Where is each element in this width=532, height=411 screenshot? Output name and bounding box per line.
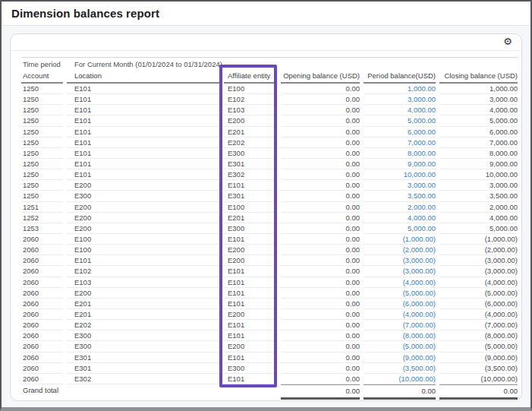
period-balance-link[interactable]: (4,000.00) [364,309,436,320]
opening-balance-cell: 0.00 [281,353,360,363]
account-cell: 2060 [21,299,63,309]
opening-balance-cell: 0.00 [281,213,360,223]
closing-balance-cell: 6,000.00 [439,127,518,138]
period-balance-link[interactable]: (10,000.00) [364,374,436,384]
affiliate-entity-cell: E101 [224,330,277,341]
affiliate-entity-cell: E101 [224,288,277,299]
period-balance-link[interactable]: (3,000.00) [364,255,436,266]
period-balance-link[interactable]: 10,000.00 [364,169,436,180]
table-row: 2060 E100 E101 0.00 (1,000.00) (1,000.00… [21,234,518,245]
account-cell: 1250 [21,138,63,148]
period-balance-link[interactable]: 4,000.00 [364,213,436,223]
affiliate-entity-cell: E200 [224,245,277,255]
period-balance-link[interactable]: (4,000.00) [364,277,436,288]
period-balance-link[interactable]: 1,000.00 [364,84,436,94]
table-row: 2060 E202 E101 0.00 (7,000.00) (7,000.00… [21,320,518,330]
location-cell: E200 [67,180,220,191]
period-balance-link[interactable]: 5,000.00 [364,223,436,234]
opening-balance-cell: 0.00 [281,330,360,341]
closing-balance-cell: (3,500.00) [439,363,518,374]
column-header-account: Account [21,70,63,84]
period-balance-link[interactable]: (3,000.00) [364,266,436,277]
affiliate-entity-cell: E201 [224,213,277,223]
table-row: 1250 E101 E200 0.00 5,000.00 5,000.00 [21,115,518,126]
location-cell: E200 [67,202,220,213]
period-balance-link[interactable]: 3,000.00 [364,94,436,105]
period-balance-link[interactable]: 6,000.00 [364,127,436,138]
table-row: 2060 E201 E101 0.00 (6,000.00) (6,000.00… [21,299,518,309]
period-balance-link[interactable]: 4,000.00 [364,105,436,115]
table-row: 2060 E201 E200 0.00 (4,000.00) (4,000.00… [21,309,518,320]
location-cell: E200 [67,223,220,234]
period-balance-link[interactable]: 7,000.00 [364,138,436,148]
affiliate-entity-cell: E101 [224,234,277,245]
period-balance-link[interactable]: 8,000.00 [364,148,436,159]
affiliate-entity-cell: E301 [224,191,277,201]
period-balance-link[interactable]: 9,000.00 [364,159,436,169]
period-balance-link[interactable]: 5,000.00 [364,115,436,126]
affiliate-entity-cell: E101 [224,180,277,191]
location-cell: E101 [67,169,220,180]
table-row: 1253 E200 E300 0.00 5,000.00 5,000.00 [21,223,518,234]
column-header-affiliate-entity: Affiliate entity [224,70,277,84]
opening-balance-cell: 0.00 [281,266,360,277]
column-header-period-balance: Period balance(USD) [364,70,436,84]
account-cell: 2060 [21,363,63,374]
report-table: Time period For Current Month (01/01/202… [21,57,518,400]
period-balance-link[interactable]: 3,500.00 [364,191,436,201]
account-cell: 1251 [21,202,63,213]
table-row: 2060 E100 E200 0.00 (2,000.00) (2,000.00… [21,245,518,255]
period-balance-link[interactable]: (9,000.00) [364,353,436,363]
location-cell: E300 [67,341,220,352]
opening-balance-cell: 0.00 [281,309,360,320]
period-balance-link[interactable]: 3,000.00 [364,180,436,191]
page-title: Dimension balances report [11,2,159,25]
period-balance-link[interactable]: (8,000.00) [364,330,436,341]
location-cell: E101 [67,159,220,169]
account-cell: 1252 [21,213,63,223]
opening-balance-cell: 0.00 [281,84,360,94]
table-row: 1250 E101 E100 0.00 1,000.00 1,000.00 [21,84,518,94]
account-cell: 1253 [21,223,63,234]
period-balance-link[interactable]: (1,000.00) [364,234,436,245]
opening-balance-cell: 0.00 [281,277,360,288]
grand-total-label: Grand total [21,384,63,400]
opening-balance-cell: 0.00 [281,223,360,234]
affiliate-entity-cell: E101 [224,353,277,363]
table-row: 1250 E101 E201 0.00 6,000.00 6,000.00 [21,127,518,138]
period-balance-link[interactable]: (7,000.00) [364,320,436,330]
opening-balance-cell: 0.00 [281,180,360,191]
period-balance-link[interactable]: (6,000.00) [364,299,436,309]
location-cell: E101 [67,148,220,159]
period-balance-link[interactable]: (2,000.00) [364,245,436,255]
location-cell: E101 [67,127,220,138]
account-cell: 1250 [21,115,63,126]
period-balance-link[interactable]: (5,000.00) [364,341,436,352]
location-cell: E202 [67,320,220,330]
table-row: 1250 E101 E300 0.00 8,000.00 8,000.00 [21,148,518,159]
time-period-row: Time period For Current Month (01/01/202… [21,57,518,70]
affiliate-entity-cell: E103 [224,105,277,115]
period-balance-link[interactable]: (3,500.00) [364,363,436,374]
report-card: ⚙ Time period For Current Month (01/01/2… [10,33,522,401]
table-row: 1250 E101 E102 0.00 3,000.00 3,000.00 [21,94,518,105]
opening-balance-cell: 0.00 [281,169,360,180]
table-body: 1250 E101 E100 0.00 1,000.00 1,000.00 12… [21,84,518,384]
account-cell: 2060 [21,330,63,341]
period-balance-link[interactable]: 2,000.00 [364,202,436,213]
location-cell: E101 [67,138,220,148]
closing-balance-cell: (7,000.00) [439,320,518,330]
closing-balance-cell: 8,000.00 [439,148,518,159]
closing-balance-cell: (6,000.00) [439,299,518,309]
account-cell: 2060 [21,353,63,363]
account-cell: 2060 [21,341,63,352]
location-cell: E200 [67,288,220,299]
opening-balance-cell: 0.00 [281,234,360,245]
period-balance-link[interactable]: (5,000.00) [364,288,436,299]
affiliate-entity-cell: E301 [224,159,277,169]
opening-balance-cell: 0.00 [281,115,360,126]
opening-balance-cell: 0.00 [281,202,360,213]
gear-icon[interactable]: ⚙ [503,36,512,48]
affiliate-entity-cell: E101 [224,299,277,309]
account-cell: 1250 [21,169,63,180]
